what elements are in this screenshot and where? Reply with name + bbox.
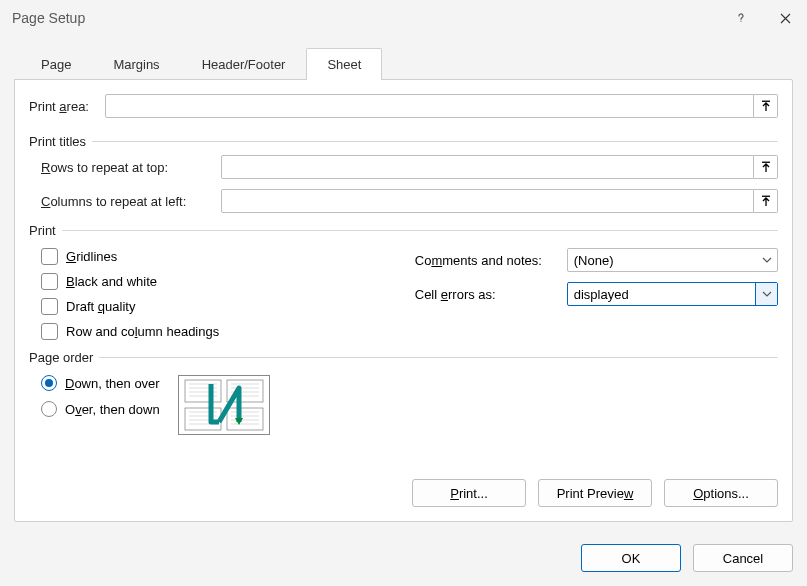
tab-sheet[interactable]: Sheet [306, 48, 382, 80]
options-button[interactable]: Options... [664, 479, 778, 507]
down-then-over-radio[interactable]: Down, then over [41, 375, 160, 391]
cols-repeat-input[interactable] [221, 189, 754, 213]
svg-rect-5 [185, 408, 221, 430]
comments-select-value: (None) [574, 253, 614, 268]
print-area-row: Print area: [29, 94, 778, 118]
chevron-down-icon [762, 257, 772, 263]
over-then-down-radio[interactable]: Over, then down [41, 401, 160, 417]
svg-rect-2 [762, 196, 770, 197]
dialog-body: Page Margins Header/Footer Sheet Print a… [0, 36, 807, 534]
print-group-label: Print [29, 223, 62, 238]
chevron-down-icon [762, 291, 772, 297]
svg-rect-3 [185, 380, 221, 402]
svg-rect-1 [762, 162, 770, 163]
row-col-headings-checkbox[interactable]: Row and column headings [41, 323, 395, 340]
print-button[interactable]: Print... [412, 479, 526, 507]
draft-quality-checkbox[interactable]: Draft quality [41, 298, 395, 315]
sheet-panel: Print area: Print titles Rows to repeat … [14, 79, 793, 522]
tab-margins[interactable]: Margins [92, 48, 180, 80]
print-area-input[interactable] [105, 94, 754, 118]
dialog-footer: OK Cancel [0, 534, 807, 586]
svg-rect-0 [762, 101, 770, 102]
dialog-title: Page Setup [12, 10, 719, 26]
cancel-button[interactable]: Cancel [693, 544, 793, 572]
help-button[interactable] [719, 2, 763, 34]
comments-label: Comments and notes: [415, 253, 567, 268]
cols-repeat-label: Columns to repeat at left: [41, 194, 221, 209]
print-titles-group: Print titles Rows to repeat at top: Colu… [29, 134, 778, 213]
rows-repeat-input[interactable] [221, 155, 754, 179]
tab-header-footer[interactable]: Header/Footer [181, 48, 307, 80]
close-icon [780, 13, 791, 24]
tab-strip: Page Margins Header/Footer Sheet [14, 46, 793, 80]
comments-select[interactable]: (None) [567, 248, 778, 272]
rows-repeat-label: Rows to repeat at top: [41, 160, 221, 175]
page-order-group-label: Page order [29, 350, 99, 365]
title-bar: Page Setup [0, 0, 807, 36]
gridlines-checkbox[interactable]: Gridlines [41, 248, 395, 265]
cols-repeat-ref-button[interactable] [754, 189, 778, 213]
svg-rect-6 [227, 408, 263, 430]
print-group: Print Gridlines Black and white Draft qu… [29, 223, 778, 340]
page-order-preview [178, 375, 270, 435]
black-white-checkbox[interactable]: Black and white [41, 273, 395, 290]
print-titles-group-label: Print titles [29, 134, 92, 149]
page-order-group: Page order Down, then over Over, then do… [29, 350, 778, 435]
cell-errors-label: Cell errors as: [415, 287, 567, 302]
panel-buttons: Print... Print Preview Options... [29, 459, 778, 507]
rows-repeat-ref-button[interactable] [754, 155, 778, 179]
collapse-dialog-icon [760, 195, 772, 207]
print-preview-button[interactable]: Print Preview [538, 479, 652, 507]
cell-errors-select[interactable]: displayed [567, 282, 778, 306]
collapse-dialog-icon [760, 161, 772, 173]
print-area-ref-button[interactable] [754, 94, 778, 118]
close-button[interactable] [763, 2, 807, 34]
help-icon [735, 12, 747, 24]
tab-page[interactable]: Page [20, 48, 92, 80]
ok-button[interactable]: OK [581, 544, 681, 572]
page-order-preview-icon [181, 378, 267, 432]
print-area-label: Print area: [29, 99, 105, 114]
cell-errors-select-value: displayed [574, 287, 629, 302]
collapse-dialog-icon [760, 100, 772, 112]
page-setup-dialog: Page Setup Page Margins Header/Footer Sh… [0, 0, 807, 586]
